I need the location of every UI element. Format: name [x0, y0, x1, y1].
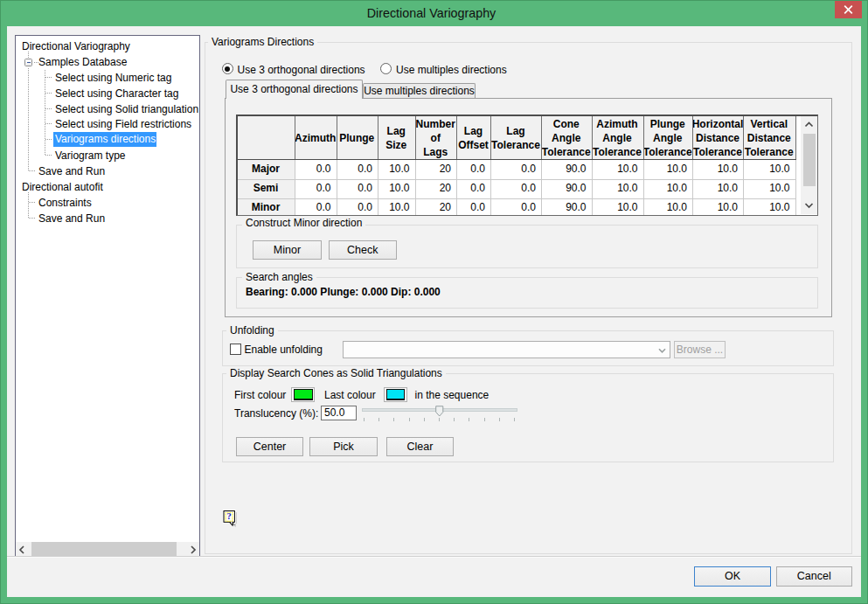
svg-text:?: ?: [227, 511, 232, 521]
